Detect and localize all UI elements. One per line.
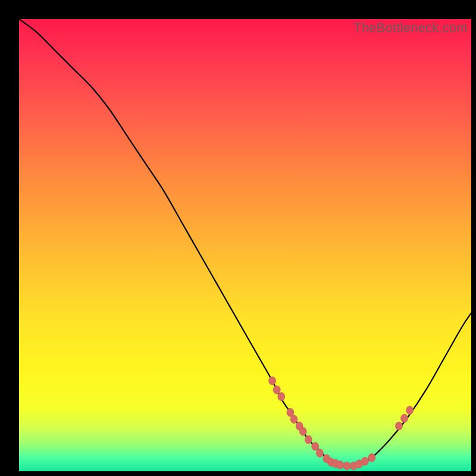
bottleneck-curve: [19, 19, 471, 467]
chart-frame: TheBottleneck.com: [7, 7, 469, 469]
data-marker: [395, 422, 402, 430]
data-marker: [316, 449, 323, 458]
data-marker: [406, 406, 414, 414]
data-marker: [368, 453, 375, 462]
data-marker: [312, 442, 319, 450]
data-marker: [343, 462, 350, 470]
data-marker: [269, 377, 276, 385]
data-marker: [299, 427, 306, 436]
curve-layer: [19, 19, 471, 471]
data-marker: [273, 386, 280, 394]
data-marker: [278, 393, 285, 401]
data-marker: [337, 461, 344, 469]
plot-area: TheBottleneck.com: [19, 19, 471, 471]
data-marker: [305, 436, 312, 444]
data-marker: [401, 414, 408, 422]
watermark-text: TheBottleneck.com: [353, 20, 468, 36]
data-markers-group: [269, 377, 414, 470]
data-marker: [290, 415, 298, 424]
data-marker: [361, 457, 368, 465]
